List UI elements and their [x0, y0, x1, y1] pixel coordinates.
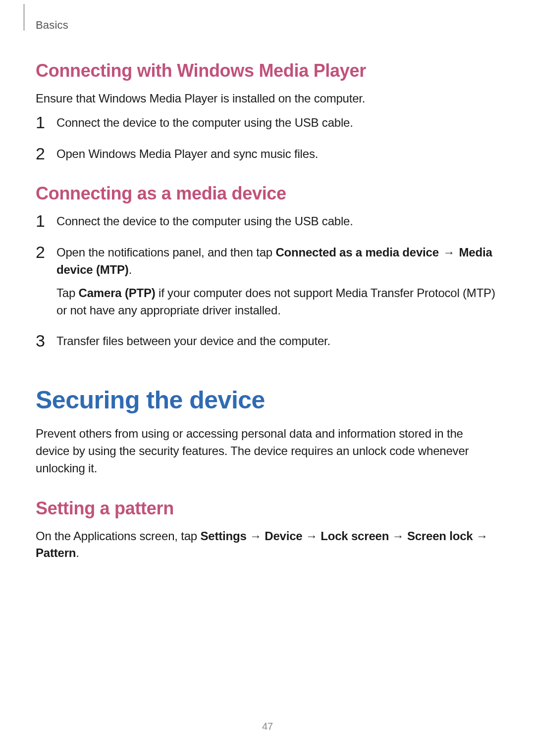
step-text: →	[439, 246, 459, 259]
list-item: Open Windows Media Player and sync music…	[36, 146, 499, 163]
arrow-icon: →	[442, 246, 456, 259]
list-item: Connect the device to the computer using…	[36, 213, 499, 230]
heading-pattern: Setting a pattern	[36, 498, 499, 519]
wmp-steps: Connect the device to the computer using…	[36, 114, 499, 163]
heading-securing: Securing the device	[36, 386, 499, 414]
media-steps: Connect the device to the computer using…	[36, 213, 499, 350]
bold-label: Screen lock	[407, 529, 473, 543]
list-item: Open the notifications panel, and then t…	[36, 244, 499, 319]
list-item: Connect the device to the computer using…	[36, 114, 499, 132]
bold-label: Lock screen	[321, 529, 389, 543]
step-text: .	[76, 546, 79, 559]
bold-label: Settings	[200, 529, 246, 543]
breadcrumb: Basics	[36, 19, 499, 32]
heading-wmp: Connecting with Windows Media Player	[36, 60, 499, 81]
document-page: Basics Connecting with Windows Media Pla…	[0, 0, 535, 756]
bold-label: Pattern	[36, 546, 76, 559]
bold-label: Device	[265, 529, 302, 543]
arrow-icon: →	[473, 529, 487, 543]
header-rule-icon	[23, 4, 25, 31]
securing-intro: Prevent others from using or accessing p…	[36, 425, 499, 477]
heading-media-device: Connecting as a media device	[36, 183, 499, 204]
arrow-icon: →	[247, 529, 265, 543]
step-text: On the Applications screen, tap	[36, 529, 200, 543]
list-item: Transfer files between your device and t…	[36, 333, 499, 350]
page-number: 47	[0, 721, 535, 732]
pattern-path: On the Applications screen, tap Settings…	[36, 528, 499, 562]
step-text: .	[129, 263, 132, 276]
bold-label: Camera (PTP)	[79, 286, 156, 300]
arrow-icon: →	[303, 529, 321, 543]
bold-label: Connected as a media device	[275, 246, 438, 259]
step-text: Open the notifications panel, and then t…	[56, 246, 275, 259]
arrow-icon: →	[389, 529, 407, 543]
wmp-intro: Ensure that Windows Media Player is inst…	[36, 90, 499, 107]
step-text: Tap	[56, 286, 79, 300]
